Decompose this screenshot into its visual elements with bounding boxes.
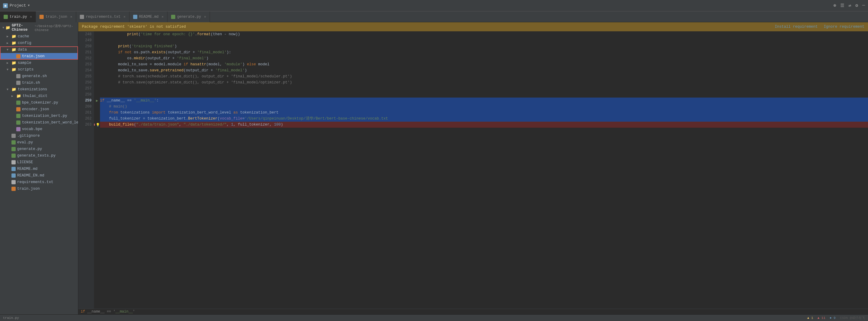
warning-icon: 💡 <box>96 123 100 127</box>
train-json-root-label: train.json <box>17 187 40 191</box>
sidebar-item-gitignore[interactable]: .gitignore <box>0 132 78 139</box>
title-bar-actions: ⊕ ☰ ⇌ ⚙ — <box>833 3 865 8</box>
settings-icon[interactable]: ⚙ <box>855 3 858 8</box>
sidebar-item-scripts[interactable]: ▼ 📁 scripts <box>0 66 78 73</box>
tab-close-readme[interactable]: ✕ <box>162 15 164 19</box>
tab-close-train-json[interactable]: ✕ <box>70 15 72 19</box>
tab-label-requirements: requirements.txt <box>86 15 121 19</box>
code-line-261: from tokenizations import tokenization_b… <box>100 109 868 116</box>
sidebar-item-readme-md[interactable]: README.md <box>0 166 78 172</box>
bottom-code-text: if __name__ == '__main__' <box>81 310 135 314</box>
project-dropdown-arrow[interactable]: ▼ <box>28 4 30 7</box>
config-arrow: ▶ <box>7 41 11 45</box>
readme-en-md-icon <box>11 173 16 178</box>
license-arrow <box>7 161 11 164</box>
tab-icon-py <box>4 15 8 19</box>
line-258: 258 <box>78 92 94 98</box>
sidebar-item-config[interactable]: ▶ 📁 config <box>0 40 78 46</box>
sidebar-item-train-json-root[interactable]: train.json <box>0 186 78 192</box>
status-right: ▲ 1 ▲ 11 ● 9 CSDN @咸仔在飞 <box>807 316 865 320</box>
sidebar-item-encoder-json[interactable]: encoder.json <box>0 106 78 113</box>
code-lines[interactable]: print('time for one epoch: {}'.format(th… <box>100 31 868 309</box>
warning-message: Package requirement 'sklearn' is not sat… <box>82 25 186 29</box>
bottom-code-line: if __name__ == '__main__' <box>78 309 868 314</box>
title-bar-left: ▦ Project ▼ <box>3 3 30 8</box>
app-container: ▦ Project ▼ ⊕ ☰ ⇌ ⚙ — train.py ✕ train.j… <box>0 0 868 321</box>
tab-generate-py[interactable]: generate.py ✕ <box>167 11 210 22</box>
tokenization-bert-word-arrow <box>11 121 16 124</box>
status-info[interactable]: ● 9 <box>830 316 836 320</box>
generate-sh-label: generate.sh <box>22 74 47 78</box>
code-line-263: build_files("./data/train.json", "./data… <box>100 122 868 128</box>
sidebar-item-requirements-txt[interactable]: requirements.txt <box>0 179 78 186</box>
tab-close-train-py[interactable]: ✕ <box>30 15 32 19</box>
sidebar-item-data[interactable]: ▼ 📁 data <box>0 46 78 53</box>
readme-md-label: README.md <box>17 167 38 171</box>
bpe-tokenizer-label: bpe_tokenizer.py <box>22 101 58 105</box>
train-json-root-arrow <box>7 187 11 191</box>
sidebar-item-vocab-bpe[interactable]: vocab.bpe <box>0 126 78 132</box>
ignore-requirement-button[interactable]: Ignore requirement <box>824 25 864 29</box>
license-icon <box>11 160 16 164</box>
sidebar-item-sample[interactable]: ▶ 📁 sample <box>0 60 78 66</box>
sidebar-item-generate-sh[interactable]: generate.sh <box>0 73 78 79</box>
sidebar-item-generate-py[interactable]: generate.py <box>0 146 78 152</box>
tab-requirements[interactable]: requirements.txt ✕ <box>76 11 129 22</box>
title-bar: ▦ Project ▼ ⊕ ☰ ⇌ ⚙ — <box>0 0 868 11</box>
sidebar-item-train-json[interactable]: train.json <box>0 53 78 60</box>
sidebar-item-license[interactable]: LICENSE <box>0 159 78 166</box>
generate-py-label: generate.py <box>17 147 42 151</box>
status-credit: CSDN @咸仔在飞 <box>840 316 865 320</box>
gutter-262 <box>94 116 100 122</box>
sidebar-item-bpe-tokenizer[interactable]: bpe_tokenizer.py <box>0 99 78 106</box>
code-text-248: print('time for one epoch: {}'.format(th… <box>100 31 240 37</box>
globe-icon[interactable]: ⊕ <box>833 3 836 8</box>
sidebar-item-eval-py[interactable]: eval.py <box>0 139 78 146</box>
sidebar-item-cache[interactable]: ▶ 📁 cache <box>0 33 78 40</box>
tab-bar: train.py ✕ train.json ✕ requirements.txt… <box>0 11 868 22</box>
sidebar-item-generate-texts-py[interactable]: generate_texts.py <box>0 152 78 159</box>
vocab-bpe-icon <box>16 127 21 131</box>
code-line-258 <box>100 92 868 98</box>
project-label[interactable]: Project <box>10 3 26 8</box>
tab-close-generate-py[interactable]: ✕ <box>204 15 206 19</box>
layout-icon[interactable]: ☰ <box>840 3 844 8</box>
train-json-root-icon <box>11 187 16 191</box>
code-line-256: # torch.save(optimizer.state_dict(), out… <box>100 79 868 86</box>
status-warnings[interactable]: ▲ 1 <box>807 316 813 320</box>
status-errors[interactable]: ▲ 11 <box>817 316 825 320</box>
code-editor[interactable]: 248 249 250 251 252 253 254 255 256 257 … <box>78 31 868 309</box>
code-line-252: os.mkdir(output_dir + 'final_model') <box>100 55 868 61</box>
install-requirement-button[interactable]: Install requirement <box>775 25 818 29</box>
line-251: 251 <box>78 50 94 55</box>
tokenizations-arrow: ▼ <box>7 88 11 91</box>
sidebar-item-tokenization-bert-word[interactable]: tokenization_bert_word_level.py <box>0 119 78 126</box>
sidebar-item-tokenization-bert[interactable]: tokenization_bert.py <box>0 113 78 119</box>
code-text-254: model_to_save.save_pretrained(output_dir… <box>100 67 247 73</box>
gutter-panel: ▶ 💡 <box>94 31 100 309</box>
tab-close-requirements[interactable]: ✕ <box>123 15 126 19</box>
tab-icon-txt <box>80 15 84 19</box>
tab-readme[interactable]: README.md ✕ <box>129 11 167 22</box>
breakpoint-dot[interactable] <box>94 124 95 126</box>
train-json-label: train.json <box>22 54 44 58</box>
run-arrow-icon[interactable]: ▶ <box>96 98 98 103</box>
tab-label-train-py: train.py <box>10 15 27 19</box>
sidebar-root[interactable]: ▼ 📁 GPT2-Chinese ~/Desktop/清华/GPT2-Chine… <box>0 22 78 33</box>
minimize-icon[interactable]: — <box>862 3 865 8</box>
tab-train-json[interactable]: train.json ✕ <box>36 11 76 22</box>
sidebar-item-readme-en-md[interactable]: README_EN.md <box>0 172 78 179</box>
scripts-folder-icon: 📁 <box>11 67 16 72</box>
gutter-254 <box>94 67 100 73</box>
generate-texts-py-icon <box>11 154 16 158</box>
sidebar-item-thulac[interactable]: ▶ 📁 thulac_dict <box>0 93 78 99</box>
split-icon[interactable]: ⇌ <box>848 3 851 8</box>
root-arrow: ▼ <box>2 26 4 30</box>
gutter-256 <box>94 79 100 86</box>
sidebar-item-train-sh[interactable]: train.sh <box>0 79 78 86</box>
tab-train-py[interactable]: train.py ✕ <box>0 11 36 22</box>
gutter-255 <box>94 73 100 79</box>
code-text-263: build_files("./data/train.json", "./data… <box>100 122 283 128</box>
sidebar-item-tokenizations[interactable]: ▼ 📁 tokenizations <box>0 86 78 93</box>
thulac-arrow: ▶ <box>11 94 16 98</box>
